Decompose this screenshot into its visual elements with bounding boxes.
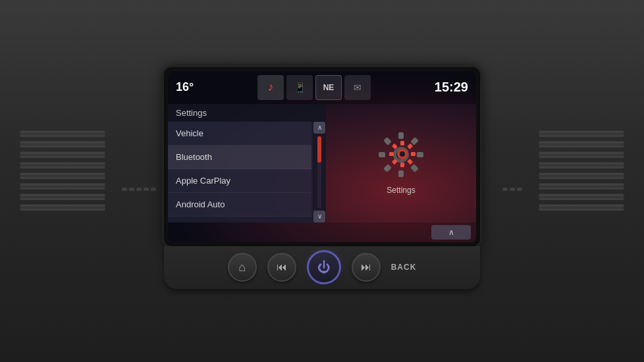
vent-slat — [20, 141, 105, 147]
phone-button[interactable]: 📱 — [286, 75, 313, 100]
vent-slat — [20, 204, 105, 211]
svg-rect-18 — [392, 143, 398, 149]
home-icon: ⌂ — [238, 261, 246, 274]
compass-icon: NE — [323, 83, 335, 92]
settings-label: Settings — [387, 186, 415, 195]
scroll-bottom-button[interactable]: ∧ — [431, 225, 471, 240]
back-button[interactable]: BACK — [391, 263, 417, 272]
main-content: Settings Vehicle Bluetooth Apple CarPlay… — [168, 104, 476, 222]
vent-slat — [20, 151, 105, 158]
menu-list: Vehicle Bluetooth Apple CarPlay Android … — [168, 122, 326, 222]
vent-slat — [20, 130, 105, 137]
bottom-bar: ∧ — [168, 222, 476, 242]
chevron-up-icon: ∧ — [448, 228, 454, 237]
screen-container: 16° ♪ 📱 NE ✉ — [164, 67, 480, 289]
infotainment-screen: 16° ♪ 📱 NE ✉ — [168, 71, 476, 242]
music-icon: ♪ — [268, 80, 274, 94]
vent-slat — [539, 204, 624, 211]
svg-rect-13 — [400, 163, 404, 167]
svg-rect-4 — [379, 152, 385, 157]
vent-slat — [539, 183, 624, 190]
scroll-up-button[interactable]: ∧ — [313, 122, 325, 134]
right-vent — [539, 118, 624, 223]
svg-rect-12 — [400, 141, 404, 145]
menu-item-android-auto[interactable]: Android Auto — [168, 193, 311, 217]
settings-panel: Settings Vehicle Bluetooth Apple CarPlay… — [168, 104, 326, 222]
vent-slat — [20, 194, 105, 200]
message-icon: ✉ — [354, 82, 362, 93]
time-display: 15:29 — [435, 80, 468, 95]
vent-slat — [20, 162, 105, 168]
left-vent — [20, 118, 105, 223]
menu-item-vehicle[interactable]: Vehicle — [168, 122, 311, 145]
vent-slat — [539, 130, 624, 137]
power-button[interactable]: ⏻ — [307, 250, 341, 284]
scrollbar[interactable]: ∧ ∨ — [313, 122, 326, 222]
vent-slat — [539, 162, 624, 168]
controls-bar: ⌂ ⏮ ⏻ ⏭ BACK — [164, 246, 480, 289]
menu-items-list: Vehicle Bluetooth Apple CarPlay Android … — [168, 122, 326, 217]
scroll-down-button[interactable]: ∨ — [313, 211, 325, 222]
scroll-thumb — [317, 136, 321, 163]
right-panel: Settings — [326, 104, 476, 222]
settings-icon-container: Settings — [378, 132, 424, 195]
svg-rect-2 — [398, 132, 404, 139]
svg-rect-3 — [398, 170, 404, 177]
svg-rect-5 — [417, 152, 423, 157]
settings-title: Settings — [168, 104, 326, 122]
top-icons-group: ♪ 📱 NE ✉ — [257, 75, 371, 100]
chevron-down-icon: ∨ — [317, 213, 322, 220]
previous-button[interactable]: ⏮ — [267, 253, 296, 282]
settings-gear-icon — [378, 132, 424, 178]
svg-rect-14 — [389, 152, 394, 156]
chevron-up-icon: ∧ — [317, 124, 322, 131]
next-icon: ⏭ — [361, 261, 371, 273]
message-button[interactable]: ✉ — [344, 75, 371, 100]
home-button[interactable]: ⌂ — [228, 253, 257, 282]
dashboard: 16° ♪ 📱 NE ✉ — [0, 0, 644, 362]
top-bar: 16° ♪ 📱 NE ✉ — [168, 71, 476, 104]
vent-slat — [539, 151, 624, 158]
svg-rect-15 — [411, 152, 416, 156]
vent-slat — [20, 183, 105, 190]
menu-item-apple-carplay[interactable]: Apple CarPlay — [168, 169, 311, 193]
vent-slat — [539, 194, 624, 200]
power-icon: ⏻ — [317, 260, 331, 275]
next-button[interactable]: ⏭ — [352, 253, 381, 282]
screen-bezel: 16° ♪ 📱 NE ✉ — [164, 67, 480, 246]
previous-icon: ⏮ — [277, 261, 287, 273]
svg-rect-16 — [407, 143, 413, 149]
menu-item-bluetooth[interactable]: Bluetooth — [168, 145, 311, 169]
svg-rect-19 — [407, 159, 413, 165]
phone-icon: 📱 — [294, 82, 306, 93]
svg-point-11 — [400, 151, 405, 157]
indicator-light-left — [122, 188, 156, 191]
scroll-track — [317, 136, 321, 208]
temperature-display: 16° — [176, 80, 194, 94]
music-button[interactable]: ♪ — [257, 75, 284, 100]
navigation-button[interactable]: NE — [315, 75, 342, 100]
vent-slat — [20, 172, 105, 179]
svg-rect-17 — [392, 159, 398, 165]
indicator-light-right — [502, 188, 522, 191]
vent-slat — [539, 141, 624, 147]
vent-slat — [539, 172, 624, 179]
